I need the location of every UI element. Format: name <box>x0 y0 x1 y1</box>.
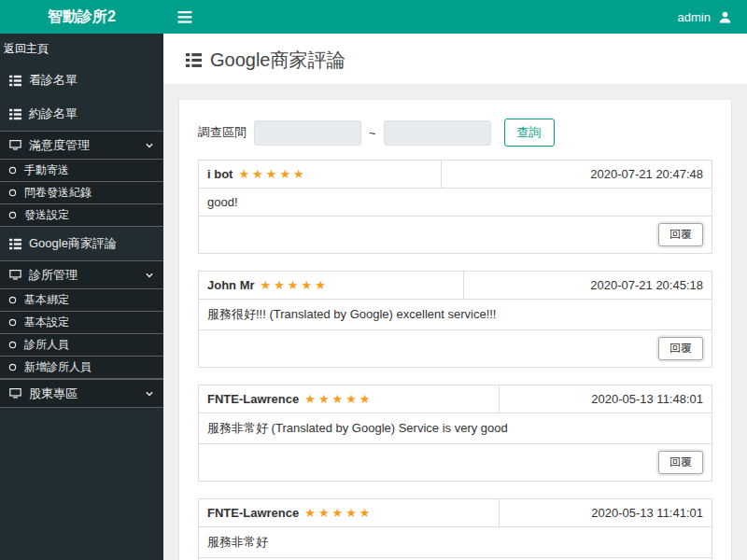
sidebar-subitem-label: 診所人員 <box>24 337 69 353</box>
review-date: 2020-05-13 11:41:01 <box>500 499 712 527</box>
review-date: 2020-05-13 11:48:01 <box>500 385 712 413</box>
sidebar-toggle-button[interactable] <box>163 0 206 34</box>
sidebar-entry: Google商家評論 <box>0 227 163 260</box>
chevron-down-icon <box>145 141 154 150</box>
desktop-icon <box>9 269 21 281</box>
review-card: John Mr★★★★★2020-07-21 20:45:18服務很好!!! (… <box>198 271 712 368</box>
sidebar-menu: 看診名單約診名單滿意度管理手動寄送問卷發送紀錄發送設定Google商家評論診所管… <box>0 63 163 408</box>
chevron-down-icon <box>145 271 154 280</box>
sidebar-subitem[interactable]: 診所人員 <box>0 333 163 356</box>
reply-button[interactable]: 回覆 <box>658 223 703 246</box>
list-icon <box>9 108 21 120</box>
main-content: Google商家評論 調查區間 ~ 查詢 i bot★★★★★2020-07-2… <box>163 34 747 560</box>
sidebar-group: 股東專區 <box>0 379 163 408</box>
circle-icon <box>8 296 17 304</box>
sidebar-item-1[interactable]: 約診名單 <box>0 97 163 131</box>
review-text: 服務很好!!! (Translated by Google) excellent… <box>199 300 712 330</box>
sidebar-item-3[interactable]: Google商家評論 <box>0 227 163 260</box>
sidebar-item-2[interactable]: 滿意度管理 <box>0 132 163 159</box>
sidebar-item-label: Google商家評論 <box>29 235 117 252</box>
range-separator: ~ <box>369 126 376 140</box>
review-card: FNTE-Lawrence★★★★★2020-05-13 11:48:01服務非… <box>198 385 712 482</box>
sidebar-item-label: 看診名單 <box>29 72 78 89</box>
circle-icon <box>8 211 17 219</box>
circle-icon <box>8 166 17 175</box>
brand-logo[interactable]: 智動診所2 <box>0 0 163 34</box>
review-text: good! <box>199 189 712 217</box>
date-filter: 調查區間 ~ 查詢 <box>198 119 712 147</box>
review-text: 服務非常好 (Translated by Google) Service is … <box>199 413 712 444</box>
sidebar-subitem[interactable]: 發送設定 <box>0 203 163 226</box>
sidebar-item-label: 股東專區 <box>29 385 78 402</box>
review-author-name: FNTE-Lawrence <box>207 392 299 406</box>
list-icon <box>186 52 202 68</box>
desktop-icon <box>9 139 21 151</box>
review-author-name: i bot <box>207 167 233 181</box>
circle-icon <box>8 363 17 371</box>
circle-icon <box>8 189 17 197</box>
review-card: FNTE-Lawrence★★★★★2020-05-13 11:41:01服務非… <box>198 498 712 560</box>
sidebar-home-link[interactable]: 返回主頁 <box>0 34 163 63</box>
sidebar-item-0[interactable]: 看診名單 <box>0 63 163 97</box>
user-menu[interactable]: admin <box>678 0 747 34</box>
chevron-down-icon <box>145 389 154 399</box>
topbar: admin <box>163 0 747 34</box>
content-body: 調查區間 ~ 查詢 i bot★★★★★2020-07-21 20:47:48g… <box>163 84 747 560</box>
list-icon <box>9 238 21 250</box>
hamburger-icon <box>177 11 192 23</box>
sidebar-subitem[interactable]: 手動寄送 <box>0 159 163 181</box>
sidebar-entry: 看診名單 <box>0 63 163 97</box>
end-date-input[interactable] <box>384 120 491 146</box>
sidebar-subitem[interactable]: 基本設定 <box>0 311 163 333</box>
sidebar-subitem-label: 基本設定 <box>24 315 69 330</box>
review-list: i bot★★★★★2020-07-21 20:47:48good!回覆John… <box>198 160 712 560</box>
reply-button[interactable]: 回覆 <box>658 451 703 474</box>
list-icon <box>9 75 21 87</box>
user-icon <box>718 10 732 24</box>
sidebar-subitem-label: 發送設定 <box>24 207 69 223</box>
reviews-panel: 調查區間 ~ 查詢 i bot★★★★★2020-07-21 20:47:48g… <box>179 100 731 560</box>
review-date: 2020-07-21 20:47:48 <box>442 161 712 189</box>
sidebar-subitem[interactable]: 新增診所人員 <box>0 356 163 378</box>
star-rating: ★★★★★ <box>261 278 329 292</box>
star-rating: ★★★★★ <box>238 167 306 181</box>
review-author-name: FNTE-Lawrence <box>207 506 299 520</box>
sidebar-subitem-label: 問卷發送紀錄 <box>24 185 92 201</box>
circle-icon <box>8 341 17 349</box>
sidebar-item-4[interactable]: 診所管理 <box>0 261 163 288</box>
sidebar-item-label: 滿意度管理 <box>29 137 90 154</box>
review-date: 2020-07-21 20:45:18 <box>463 272 712 300</box>
username-label: admin <box>678 10 711 24</box>
sidebar-entry: 約診名單 <box>0 97 163 131</box>
sidebar-subitem-label: 手動寄送 <box>24 162 69 178</box>
star-rating: ★★★★★ <box>304 392 373 406</box>
app-window: 智動診所2 admin 返回主頁 看診名單約診名單滿意度管理手動寄送問卷發送紀錄… <box>0 0 747 560</box>
filter-label: 調查區間 <box>198 124 247 141</box>
page-title-text: Google商家評論 <box>210 48 345 73</box>
sidebar-item-label: 診所管理 <box>29 267 78 284</box>
sidebar-subitem-label: 新增診所人員 <box>24 359 92 375</box>
review-reply-cell: 回覆 <box>199 330 712 368</box>
sidebar-group: 診所管理基本綁定基本設定診所人員新增診所人員 <box>0 260 163 379</box>
sidebar-subitem-label: 基本綁定 <box>24 292 69 308</box>
sidebar: 返回主頁 看診名單約診名單滿意度管理手動寄送問卷發送紀錄發送設定Google商家… <box>0 34 163 560</box>
review-card: i bot★★★★★2020-07-21 20:47:48good!回覆 <box>198 160 712 254</box>
review-reply-cell: 回覆 <box>199 217 712 254</box>
start-date-input[interactable] <box>254 120 361 146</box>
star-rating: ★★★★★ <box>304 506 373 520</box>
sidebar-item-label: 約診名單 <box>29 105 78 122</box>
review-text: 服務非常好 <box>199 527 712 558</box>
query-button[interactable]: 查詢 <box>504 119 555 147</box>
content-header: Google商家評論 <box>163 34 747 84</box>
circle-icon <box>8 318 17 327</box>
page-title: Google商家評論 <box>186 48 725 73</box>
desktop-icon <box>9 387 21 399</box>
sidebar-subitem[interactable]: 基本綁定 <box>0 288 163 311</box>
review-author-name: John Mr <box>207 278 255 292</box>
sidebar-item-5[interactable]: 股東專區 <box>0 380 163 407</box>
review-author-cell: FNTE-Lawrence★★★★★ <box>199 385 500 413</box>
brand-title: 智動診所2 <box>48 7 116 27</box>
sidebar-subitem[interactable]: 問卷發送紀錄 <box>0 181 163 203</box>
review-author-cell: John Mr★★★★★ <box>199 272 464 300</box>
reply-button[interactable]: 回覆 <box>658 337 703 360</box>
